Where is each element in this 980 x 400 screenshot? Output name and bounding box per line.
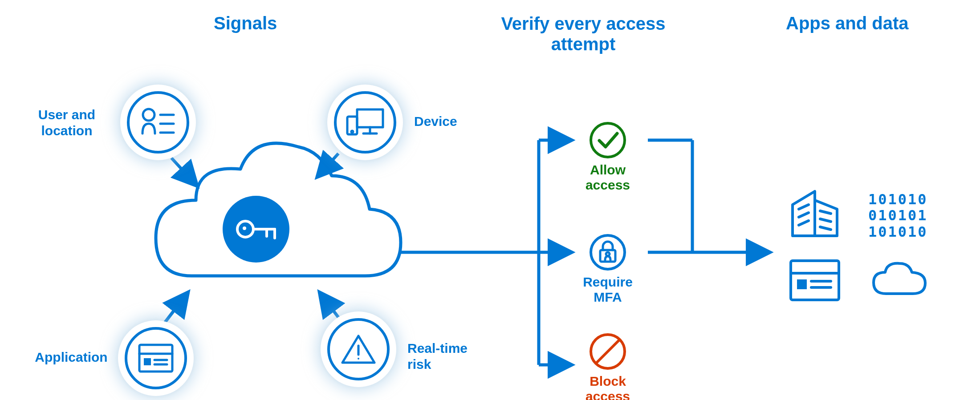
svg-line-27 <box>799 205 809 209</box>
svg-rect-4 <box>357 109 383 127</box>
app-window-small-icon <box>788 258 842 303</box>
outcome-allow <box>588 120 628 160</box>
arrow-risk-to-cloud <box>321 294 341 320</box>
lock-user-circle-icon <box>588 232 628 272</box>
diagram-root: Signals Verify every access attempt Apps… <box>0 0 980 400</box>
svg-line-29 <box>799 221 809 225</box>
signal-application <box>118 320 194 396</box>
label-user-location: User and location <box>22 107 111 139</box>
devices-icon <box>346 107 385 138</box>
signal-device <box>327 85 403 160</box>
label-application: Application <box>27 349 116 365</box>
binary-data-icon: 101010 010101 101010 <box>868 191 928 240</box>
svg-line-26 <box>596 340 619 363</box>
warning-triangle-icon <box>341 333 376 365</box>
label-allow-access: Allow access <box>568 162 648 193</box>
heading-apps: Apps and data <box>786 13 909 33</box>
block-circle-icon <box>588 331 628 372</box>
signal-realtime-risk <box>321 311 396 387</box>
label-require-mfa: Require MFA <box>568 275 648 305</box>
label-realtime-risk: Real-time risk <box>407 340 468 372</box>
apps-grid: 101010 010101 101010 <box>788 187 939 303</box>
outcome-mfa <box>588 232 628 272</box>
label-device: Device <box>414 113 457 129</box>
binary-line: 101010 <box>868 191 928 208</box>
svg-point-8 <box>351 131 353 133</box>
svg-rect-35 <box>797 279 807 289</box>
arrow-app-to-cloud <box>165 294 187 323</box>
svg-rect-11 <box>144 358 151 365</box>
binary-line: 101010 <box>868 224 928 240</box>
svg-line-30 <box>820 211 831 214</box>
cloud-key-disc <box>223 196 289 263</box>
user-list-icon <box>141 107 175 138</box>
app-window-icon <box>138 343 174 373</box>
svg-point-21 <box>591 123 625 157</box>
svg-line-28 <box>799 213 809 217</box>
heading-verify: Verify every access attempt <box>488 13 679 54</box>
svg-line-32 <box>820 227 831 230</box>
outcome-block <box>588 331 628 372</box>
buildings-icon <box>788 187 842 240</box>
svg-point-15 <box>358 358 359 360</box>
signal-user-location <box>120 85 196 160</box>
key-icon <box>236 216 277 242</box>
arrow-user-to-cloud <box>171 158 196 185</box>
svg-point-17 <box>243 226 246 230</box>
checkmark-circle-icon <box>588 120 628 160</box>
cloud-outline-icon <box>868 258 931 303</box>
binary-line: 010101 <box>868 207 928 224</box>
heading-signals: Signals <box>214 13 277 33</box>
label-block-access: Block access <box>568 374 648 400</box>
svg-point-0 <box>143 109 155 121</box>
svg-line-31 <box>820 219 831 222</box>
